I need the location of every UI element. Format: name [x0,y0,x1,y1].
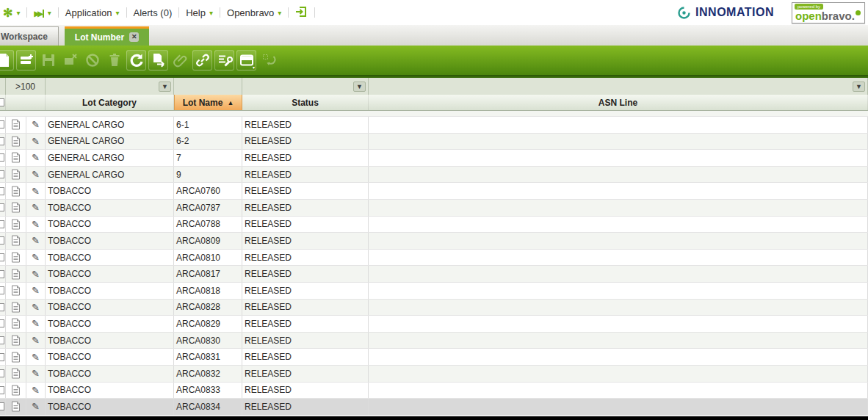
edit-pencil-icon[interactable]: ✎ [32,119,40,130]
edit-pencil-icon[interactable]: ✎ [32,318,40,329]
status-filter[interactable]: ▼ [242,78,369,95]
table-row[interactable]: ✎ TOBACCO ARCA0834 RELEASED [0,399,868,416]
row-checkbox[interactable] [0,336,4,344]
document-icon[interactable] [11,186,21,197]
row-checkbox[interactable] [0,303,4,311]
asn-line-filter[interactable]: ▼ [369,78,868,95]
table-row[interactable]: ✎ TOBACCO ARCA0832 RELEASED [0,366,868,383]
edit-pencil-icon[interactable]: ✎ [32,385,40,396]
edit-pencil-icon[interactable]: ✎ [32,401,40,412]
table-row[interactable]: ✎ TOBACCO ARCA0833 RELEASED [0,383,868,399]
column-header-lot-name[interactable]: Lot Name ▲ [174,95,242,110]
document-icon[interactable] [11,235,21,246]
row-checkbox[interactable] [0,187,4,195]
document-icon[interactable] [11,252,21,263]
document-icon[interactable] [11,401,21,412]
menu-item-help[interactable]: Help▾ [179,7,220,18]
menu-fast-forward-icon[interactable]: ▶▶▾ [27,7,57,18]
process-wrench-button[interactable] [214,50,234,70]
menu-item-application[interactable]: Application▾ [59,7,126,18]
close-tab-icon[interactable]: ✕ [129,32,139,42]
edit-pencil-icon[interactable]: ✎ [32,235,40,246]
grid-form-toggle-button[interactable]: ▾ [236,50,256,70]
document-icon[interactable] [11,302,21,313]
column-header-lot-category[interactable]: Lot Category [46,95,174,110]
new-record-button[interactable] [0,50,14,70]
menu-logout-icon[interactable] [289,6,314,20]
export-button[interactable] [148,50,168,70]
edit-pencil-icon[interactable]: ✎ [32,352,40,363]
column-header-asn-line[interactable]: ASN Line [369,95,868,110]
dropdown-arrow-icon[interactable]: ▼ [159,82,171,92]
document-icon[interactable] [11,335,21,346]
row-checkbox[interactable] [0,153,4,162]
row-checkbox[interactable] [0,253,4,261]
table-row[interactable]: ✎ TOBACCO ARCA0829 RELEASED [0,316,868,333]
document-icon[interactable] [11,169,21,180]
document-icon[interactable] [11,285,21,296]
menu-favorites-star-icon[interactable]: ✻▾ [0,6,26,20]
edit-pencil-icon[interactable]: ✎ [32,169,40,180]
table-row[interactable]: ✎ GENERAL CARGO 7 RELEASED [0,150,868,167]
row-checkbox[interactable] [0,203,4,211]
document-icon[interactable] [11,119,21,130]
lot-category-filter[interactable]: ▼ [46,78,174,95]
row-checkbox[interactable] [0,386,4,394]
edit-pencil-icon[interactable]: ✎ [32,152,40,163]
row-checkbox[interactable] [0,220,4,228]
row-checkbox[interactable] [0,319,4,327]
row-checkbox[interactable] [0,137,4,145]
dropdown-arrow-icon[interactable]: ▼ [853,82,865,92]
dropdown-arrow-icon[interactable]: ▼ [353,82,366,92]
table-row[interactable]: ✎ GENERAL CARGO 6-2 RELEASED [0,134,868,151]
edit-pencil-icon[interactable]: ✎ [32,368,40,379]
row-checkbox[interactable] [0,369,4,377]
document-icon[interactable] [11,269,21,280]
table-row[interactable]: ✎ GENERAL CARGO 4 RELEASED [0,111,868,117]
edit-pencil-icon[interactable]: ✎ [32,136,40,147]
menu-item-alerts-0-[interactable]: Alerts (0) [127,7,179,18]
document-icon[interactable] [11,136,21,147]
edit-pencil-icon[interactable]: ✎ [32,269,40,280]
document-icon[interactable] [11,318,21,329]
document-icon[interactable] [11,352,21,363]
lot-name-filter[interactable] [174,78,242,95]
edit-pencil-icon[interactable]: ✎ [32,202,40,213]
select-all-checkbox[interactable] [0,98,4,106]
table-row[interactable]: ✎ TOBACCO ARCA0817 RELEASED [0,266,868,283]
edit-pencil-icon[interactable]: ✎ [32,302,40,313]
link-button[interactable] [192,50,212,70]
refresh-button[interactable] [126,50,146,70]
row-checkbox[interactable] [0,286,4,294]
table-row[interactable]: ✎ TOBACCO ARCA0830 RELEASED [0,333,868,350]
row-checkbox[interactable] [0,353,4,361]
row-checkbox[interactable] [0,120,4,128]
table-row[interactable]: ✎ TOBACCO ARCA0831 RELEASED [0,349,868,366]
table-row[interactable]: ✎ TOBACCO ARCA0787 RELEASED [0,200,868,217]
document-icon[interactable] [11,368,21,379]
table-row[interactable]: ✎ TOBACCO ARCA0760 RELEASED [0,183,868,200]
document-icon[interactable] [11,202,21,213]
record-range-filter[interactable]: >100 [6,78,46,95]
table-row[interactable]: ✎ GENERAL CARGO 9 RELEASED [0,167,868,184]
column-header-status[interactable]: Status [242,95,369,110]
row-checkbox[interactable] [0,170,4,178]
tab-workspace[interactable]: Workspace [0,26,59,46]
table-row[interactable]: ✎ GENERAL CARGO 6-1 RELEASED [0,117,868,134]
table-row[interactable]: ✎ TOBACCO ARCA0788 RELEASED [0,217,868,233]
document-icon[interactable] [11,152,21,163]
table-row[interactable]: ✎ TOBACCO ARCA0818 RELEASED [0,283,868,300]
menu-item-openbravo[interactable]: Openbravo▾ [220,7,288,18]
edit-pencil-icon[interactable]: ✎ [32,186,40,197]
edit-pencil-icon[interactable]: ✎ [32,219,40,230]
edit-pencil-icon[interactable]: ✎ [32,285,40,296]
table-row[interactable]: ✎ TOBACCO ARCA0810 RELEASED [0,250,868,267]
row-checkbox[interactable] [0,270,4,278]
table-row[interactable]: ✎ TOBACCO ARCA0809 RELEASED [0,233,868,250]
document-icon[interactable] [11,385,21,396]
table-row[interactable]: ✎ TOBACCO ARCA0828 RELEASED [0,300,868,316]
row-checkbox[interactable] [0,402,4,410]
edit-pencil-icon[interactable]: ✎ [32,252,40,263]
new-grid-row-button[interactable] [16,50,36,70]
row-checkbox[interactable] [0,236,4,245]
